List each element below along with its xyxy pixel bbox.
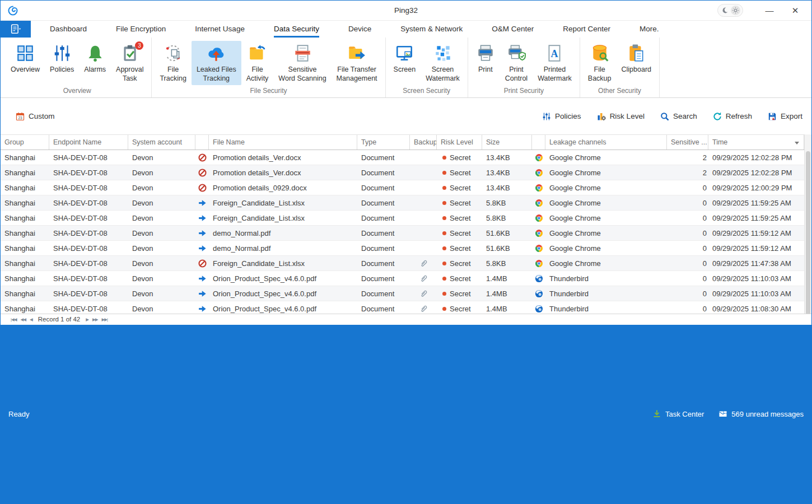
risk-label: Secret [450, 259, 471, 268]
ribbon-item-printed-watermark[interactable]: APrinted Watermark [533, 41, 577, 85]
column-header-risk-level[interactable]: Risk Level [437, 135, 482, 150]
risk-level-button[interactable]: Risk Level [597, 112, 645, 121]
pager-nav-button[interactable]: ▶▶ [92, 317, 98, 322]
table-row[interactable]: ShanghaiSHA-DEV-DT-08DevonForeign_Candid… [1, 195, 804, 211]
task-center-button[interactable]: Task Center [652, 409, 704, 418]
ribbon-item-screen[interactable]: Screen [389, 41, 421, 76]
column-header-system-account[interactable]: System account [128, 135, 195, 150]
app-menu-button[interactable] [1, 21, 31, 38]
tab-internet-usage[interactable]: Internet Usage [195, 21, 245, 38]
table-row[interactable]: ShanghaiSHA-DEV-DT-08DevonOrion_Product_… [1, 271, 804, 286]
tab-device[interactable]: Device [348, 21, 371, 38]
scrollbar-thumb[interactable] [806, 151, 810, 314]
calendar-icon: 23 [16, 112, 25, 121]
tab-dashboard[interactable]: Dashboard [50, 21, 87, 38]
pager-nav-button[interactable]: ▶ [86, 317, 88, 322]
table-row[interactable]: ShanghaiSHA-DEV-DT-08DevonForeign_Candid… [1, 211, 804, 226]
table-row[interactable]: ShanghaiSHA-DEV-DT-08DevonOrion_Product_… [1, 301, 804, 314]
column-header-spacer[interactable] [532, 135, 545, 150]
leaked-files-table: GroupEndpoint NameSystem accountFile Nam… [1, 134, 811, 314]
ribbon-group-other-security: File BackupClipboardOther Security [580, 38, 660, 97]
column-header-type[interactable]: Type [357, 135, 410, 150]
unread-messages-button[interactable]: 569 unread messages [718, 409, 804, 418]
pager-nav-button[interactable]: ◀◀ [20, 317, 26, 322]
ribbon-item-leaked-files-tracking[interactable]: Leaked Files Tracking [192, 41, 241, 85]
ribbon-item-approval-task[interactable]: Approval Task3 [111, 41, 148, 85]
tab-o-m-center[interactable]: O&M Center [492, 21, 534, 38]
minimize-button[interactable]: — [757, 6, 782, 15]
sun-icon[interactable] [731, 6, 740, 15]
cell-file-name: demo_Normal.pdf [209, 244, 357, 253]
column-header-group[interactable]: Group [1, 135, 49, 150]
tab-report-center[interactable]: Report Center [563, 21, 610, 38]
cell-leakage-channel: Thunderbird [545, 290, 667, 298]
table-row[interactable]: ShanghaiSHA-DEV-DT-08DevonPromotion deta… [1, 150, 804, 165]
column-header-time[interactable]: Time [708, 135, 804, 150]
tab-data-security[interactable]: Data Security [274, 21, 319, 38]
column-header-sensitive[interactable]: Sensitive ... [667, 135, 708, 150]
column-header-leakage-channels[interactable]: Leakage channels [545, 135, 667, 150]
column-header-spacer[interactable] [195, 135, 209, 150]
search-button[interactable]: Search [660, 112, 697, 121]
ribbon-item-file-transfer-management[interactable]: File Transfer Management [332, 41, 382, 85]
risk-dot-icon [442, 262, 446, 265]
ribbon-item-overview[interactable]: Overview [6, 41, 45, 76]
column-header-endpoint-name[interactable]: Endpoint Name [49, 135, 128, 150]
toolbar-actions: PoliciesRisk LevelSearchRefreshExport [526, 112, 802, 121]
table-row[interactable]: ShanghaiSHA-DEV-DT-08DevonPromotion deta… [1, 165, 804, 180]
ribbon-item-file-activity[interactable]: File Activity [241, 41, 274, 85]
risk-dot-icon [442, 277, 446, 281]
refresh-button[interactable]: Refresh [713, 112, 752, 121]
envelope-icon [718, 409, 727, 418]
table-row[interactable]: ShanghaiSHA-DEV-DT-08DevonForeign_Candid… [1, 256, 804, 271]
pager-nav-button[interactable]: ▶▶| [102, 317, 108, 322]
ribbon-item-print-control[interactable]: Print Control [500, 41, 533, 85]
paperclip-icon [410, 305, 437, 313]
risk-label: Secret [450, 274, 471, 283]
theme-toggle[interactable] [717, 4, 743, 17]
cell-type: Document [357, 290, 410, 298]
risk-dot-icon [442, 246, 446, 250]
overview-grid-icon [16, 44, 35, 63]
pager-nav-button[interactable]: ◀ [30, 317, 32, 322]
policies-button[interactable]: Policies [542, 112, 581, 121]
cell-endpoint: SHA-DEV-DT-08 [49, 214, 128, 222]
tab-more[interactable]: More. [640, 21, 659, 38]
cell-file-name: Orion_Product_Spec_v4.6.0.pdf [209, 274, 357, 283]
tab-system-network[interactable]: System & Network [400, 21, 463, 38]
pager-nav-button[interactable]: |◀◀ [11, 317, 16, 322]
cell-file-name: Orion_Product_Spec_v4.6.0.pdf [209, 305, 357, 313]
ribbon-item-label: Print [478, 65, 493, 74]
cell-account: Devon [128, 169, 195, 177]
ribbon-item-print[interactable]: Print [471, 41, 500, 76]
cell-leakage-channel: Google Chrome [545, 214, 667, 222]
risk-label: Secret [450, 199, 471, 207]
ribbon-item-clipboard[interactable]: Clipboard [617, 41, 657, 76]
sent-icon [195, 274, 209, 283]
cell-account: Devon [128, 199, 195, 207]
column-header-label: Size [486, 138, 500, 146]
ribbon-item-screen-watermark[interactable]: Screen Watermark [421, 41, 465, 85]
column-header-backup[interactable]: Backup [410, 135, 437, 150]
vertical-scrollbar[interactable] [804, 134, 811, 314]
table-row[interactable]: ShanghaiSHA-DEV-DT-08Devondemo_Normal.pd… [1, 241, 804, 256]
cell-time: 09/29/2025 11:59:12 AM [708, 244, 804, 253]
table-row[interactable]: ShanghaiSHA-DEV-DT-08DevonPromotion deta… [1, 180, 804, 195]
column-header-size[interactable]: Size [482, 135, 532, 150]
tab-file-encryption[interactable]: File Encryption [116, 21, 166, 38]
ribbon-item-file-backup[interactable]: File Backup [583, 41, 617, 85]
column-header-file-name[interactable]: File Name [209, 135, 357, 150]
ribbon-item-alarms[interactable]: Alarms [79, 41, 111, 76]
custom-date-button[interactable]: 23 Custom [16, 112, 55, 121]
table-row[interactable]: ShanghaiSHA-DEV-DT-08Devondemo_Normal.pd… [1, 226, 804, 241]
moon-icon[interactable] [720, 6, 730, 15]
ribbon-item-sensitive-word-scanning[interactable]: Sensitive Word Scanning [273, 41, 331, 85]
ribbon-item-policies[interactable]: Policies [45, 41, 79, 76]
cell-leakage-channel: Google Chrome [545, 229, 667, 237]
close-button[interactable]: ✕ [782, 6, 808, 16]
unread-messages-label: 569 unread messages [731, 410, 804, 418]
export-button[interactable]: Export [768, 112, 802, 121]
cell-group: Shanghai [1, 229, 49, 237]
table-row[interactable]: ShanghaiSHA-DEV-DT-08DevonOrion_Product_… [1, 286, 804, 301]
ribbon-item-file-tracking[interactable]: File Tracking [155, 41, 191, 85]
